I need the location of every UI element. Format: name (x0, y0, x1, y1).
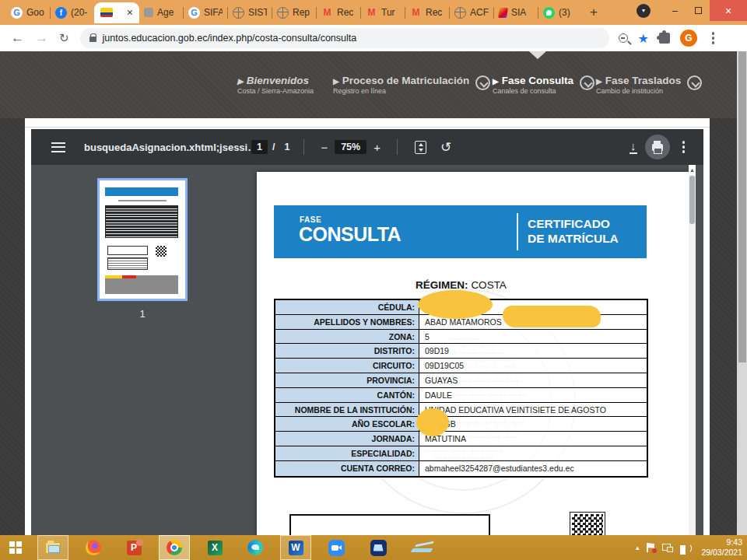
taskbar-clock[interactable]: 9:43 29/03/2021 (701, 537, 742, 558)
tab-close-icon[interactable]: × (127, 7, 133, 18)
reload-button[interactable]: ↻ (59, 31, 69, 45)
pdf-frame-card: busquedaAsignacion.xhtml;jsessi… 1 / 1 −… (25, 118, 710, 560)
zoom-out-page-icon[interactable] (619, 33, 628, 43)
back-button[interactable]: ← (11, 30, 24, 46)
profile-avatar[interactable]: G (680, 30, 697, 47)
redaction-highlight (503, 306, 601, 327)
tab-tur[interactable]: M Tur (361, 0, 405, 25)
pdf-scrollbar[interactable]: ▲ ▼ (689, 165, 696, 560)
taskbar-powerpoint[interactable]: P (118, 535, 149, 560)
nav-item-bienvenidos[interactable]: ▶Bienvenidos Costa / Sierra-Amazonia (237, 75, 314, 95)
browser-menu-icon[interactable] (707, 32, 720, 44)
media-controls-button[interactable]: ▾ (637, 4, 651, 18)
hidden-icons-caret[interactable]: ▴ (636, 544, 640, 551)
table-row: NOMBRE DE LA INSTITUCIÓN:UNIDAD EDUCATIV… (275, 403, 647, 418)
firefox-icon (86, 540, 101, 555)
forward-button[interactable]: → (35, 30, 48, 46)
table-row: ESPECIALIDAD: (275, 446, 647, 461)
table-row: CIRCUITO:09D19C05 (275, 359, 647, 373)
zoom-out-button[interactable]: − (314, 141, 335, 154)
taskbar-chrome[interactable] (159, 535, 190, 560)
taskbar-scanner[interactable] (406, 535, 437, 560)
field-value: MATUTINA (419, 432, 647, 446)
tab-acf[interactable]: ACF (450, 0, 493, 25)
tab-age[interactable]: Age (139, 0, 183, 25)
window-minimize-button[interactable]: − (663, 5, 686, 17)
page-scrollbar[interactable] (737, 51, 747, 560)
file-explorer-icon (45, 542, 61, 554)
taskbar-file-explorer[interactable] (37, 535, 68, 560)
tab-label: SIST (248, 7, 267, 18)
tab-facebook[interactable]: f (20- (51, 0, 94, 25)
nav-subtitle-text: Registro en línea (333, 87, 469, 95)
padlock-icon[interactable] (89, 37, 96, 42)
pdf-more-menu-icon[interactable] (678, 141, 690, 153)
field-label: AÑO ESCOLAR: (275, 417, 419, 431)
scroll-up-icon[interactable]: ▲ (689, 165, 696, 175)
whatsapp-favicon (543, 7, 555, 19)
browser-toolbar: ← → ↻ juntos.educacion.gob.ec/index.php/… (0, 25, 747, 51)
field-value: 5 (419, 330, 647, 344)
google-favicon: G (188, 7, 200, 19)
chevron-down-circle-icon[interactable] (580, 75, 594, 90)
tab-sia[interactable]: SIA (494, 0, 538, 25)
tab-sifa[interactable]: G SIFA (184, 0, 227, 25)
scanner-icon (412, 541, 432, 554)
taskbar-edge[interactable] (240, 535, 271, 560)
address-bar[interactable]: juntos.educacion.gob.ec/index.php/costa-… (80, 28, 609, 48)
field-value: DE EGB (419, 417, 647, 431)
nav-item-fase-consulta[interactable]: ▶Fase Consulta Canales de consulta (493, 75, 594, 95)
window-maximize-button[interactable] (686, 7, 710, 14)
tab-label: Rec (426, 7, 442, 18)
tab-google[interactable]: G Goo (6, 0, 50, 25)
taskbar-firefox[interactable] (78, 535, 109, 560)
rotate-icon[interactable]: ↺ (440, 139, 451, 156)
page-thumbnail[interactable] (97, 178, 188, 301)
speaker-icon[interactable] (680, 543, 691, 552)
zoom-in-button[interactable]: + (366, 141, 388, 154)
pdf-menu-icon[interactable] (51, 142, 65, 152)
tab-rec-1[interactable]: M Rec (317, 0, 360, 25)
nav-item-fase-traslados[interactable]: ▶Fase Traslados Cambio de institución (596, 75, 702, 95)
toolbar-divider (303, 139, 304, 155)
start-button[interactable] (0, 535, 31, 560)
thumbnail-qr (156, 246, 167, 257)
taskbar-word[interactable]: W (280, 535, 311, 560)
taskbar-camscanner[interactable] (363, 535, 394, 560)
tab-label: ACF (470, 7, 489, 18)
page-number-input[interactable]: 1 (251, 140, 268, 154)
scrollbar-thumb[interactable] (689, 176, 695, 224)
thumbnail-banner (105, 187, 178, 196)
action-center-flag-icon[interactable] (646, 543, 655, 552)
window-close-button[interactable]: × (710, 0, 747, 21)
site-navigation-header: ▶Bienvenidos Costa / Sierra-Amazonia ▶Pr… (0, 51, 747, 118)
tab-rec-2[interactable]: M Rec (405, 0, 449, 25)
taskbar-excel[interactable]: X (199, 535, 230, 560)
download-icon[interactable]: ↓ (630, 140, 637, 154)
tab-active-certificado[interactable]: × (94, 2, 139, 23)
network-icon[interactable] (662, 544, 673, 552)
scrollbar-thumb[interactable] (738, 51, 746, 362)
new-tab-button[interactable]: + (590, 5, 598, 20)
tab-label: (20- (71, 7, 87, 18)
system-tray: ▴ 9:43 29/03/2021 (636, 535, 742, 560)
tab-rep[interactable]: Rep (272, 0, 316, 25)
camscanner-icon (370, 540, 387, 556)
thumbnail-box (107, 257, 148, 270)
bookmark-star-icon[interactable]: ★ (638, 31, 649, 46)
tab-sist[interactable]: SIST (228, 0, 272, 25)
chevron-down-circle-icon[interactable] (687, 75, 702, 90)
fit-to-page-icon[interactable] (415, 141, 426, 154)
nav-item-proceso-matriculacion[interactable]: ▶Proceso de Matriculación Registro en lí… (333, 75, 490, 95)
pdf-viewer: busquedaAsignacion.xhtml;jsessi… 1 / 1 −… (31, 129, 703, 560)
chevron-down-circle-icon[interactable] (475, 75, 490, 90)
google-favicon: G (11, 7, 23, 19)
pdf-page: FASE CONSULTA CERTIFICADO DE MATRÍCULA R… (257, 172, 689, 560)
field-value: DAULE (419, 388, 647, 402)
zoom-level-value[interactable]: 75% (335, 140, 366, 154)
extensions-icon[interactable] (659, 33, 670, 44)
print-button[interactable] (645, 135, 670, 159)
tab-whatsapp[interactable]: (3) (538, 0, 582, 25)
redaction-highlight (416, 408, 449, 436)
taskbar-zoom[interactable] (321, 535, 352, 560)
